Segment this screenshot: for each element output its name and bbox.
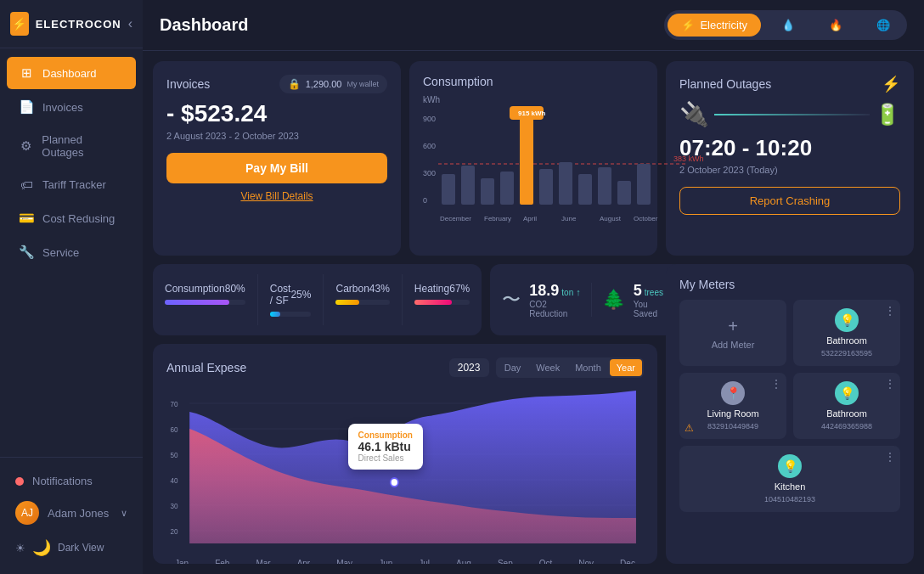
sidebar-item-planned-outages[interactable]: ⚙ Planned Outages	[7, 125, 136, 167]
wallet-icon: 🔒	[288, 78, 301, 90]
meter-id: 104510482193	[764, 495, 815, 504]
cost-stat-label: Cost / SF	[270, 283, 291, 307]
wallet-amount: 1,290.00	[306, 79, 342, 89]
outage-icons: 🔌 🔋	[679, 100, 900, 128]
carbon-stat-label: Carbon	[335, 283, 369, 295]
meter-name: Living Room	[707, 408, 758, 419]
wallet-label: My wallet	[346, 80, 379, 88]
chevron-down-icon: ∨	[121, 508, 127, 519]
svg-rect-8	[481, 178, 494, 205]
logo-text: ELECTROCON	[36, 18, 121, 31]
svg-text:40: 40	[171, 476, 178, 485]
main-area: Dashboard ⚡ Electricity 💧 🔥 🌐 Invoices	[143, 0, 924, 574]
month-sep: Sep	[498, 559, 513, 564]
add-meter-button[interactable]: + Add Meter	[679, 300, 786, 366]
consumption-stat-bar	[165, 300, 245, 305]
meter-menu-icon[interactable]: ⋮	[885, 451, 895, 463]
carbon-stat-pct: 43%	[369, 283, 390, 295]
consumption-title: Consumption	[423, 75, 493, 88]
tab-water[interactable]: 💧	[768, 14, 808, 37]
meters-title: My Meters	[679, 278, 900, 291]
annual-controls: 2023 Day Week Month Year	[449, 357, 644, 378]
meter-menu-icon[interactable]: ⋮	[885, 378, 895, 390]
invoices-icon: 📄	[19, 99, 34, 115]
sidebar-item-label: Dashboard	[42, 67, 97, 80]
meter-menu-icon[interactable]: ⋮	[771, 378, 781, 390]
sidebar-item-invoices[interactable]: 📄 Invoices	[7, 91, 136, 123]
co2-divider	[591, 283, 592, 317]
dashboard-icon: ⊞	[19, 65, 34, 81]
trees-label: You Saved	[634, 300, 671, 318]
logo-icon: ⚡	[10, 12, 29, 36]
svg-text:300: 300	[423, 169, 436, 177]
add-meter-label: Add Meter	[712, 340, 755, 350]
outage-time: 07:20 - 10:20	[679, 135, 900, 161]
heating-stat-bar	[414, 300, 470, 305]
meter-bathroom-2[interactable]: ⋮ 💡 Bathroom 442469365988	[793, 373, 900, 439]
sidebar-item-cost-reducing[interactable]: 💳 Cost Redusing	[7, 202, 136, 234]
meter-icon: 📍	[721, 381, 745, 405]
meter-menu-icon[interactable]: ⋮	[885, 305, 895, 317]
outages-header: Planned Outages ⚡	[679, 75, 900, 93]
sun-icon: ☀	[15, 542, 25, 554]
sidebar-item-label: Tariff Tracker	[42, 178, 106, 191]
meter-living-room[interactable]: ⋮ 📍 ⚠ Living Room 832910449849	[679, 373, 786, 439]
annual-header: Annual Expese 2023 Day Week Month Year	[166, 357, 644, 378]
co2-card: 〜 18.9 ton ↑ CO2 Reduction 🌲	[490, 264, 682, 335]
svg-text:0: 0	[423, 196, 427, 205]
sidebar-item-tariff-tracker[interactable]: 🏷 Tariff Tracker	[7, 169, 136, 200]
heating-stat-label: Heating	[414, 283, 449, 295]
dark-mode-toggle[interactable]: ☀ 🌙 Dark View	[7, 532, 136, 564]
year-select[interactable]: 2023	[449, 358, 489, 377]
meters-grid: + Add Meter ⋮ 💡 Bathroom 532229163595 ⋮ …	[679, 300, 900, 512]
kwh-label: kWh	[423, 95, 644, 104]
tooltip-title: Consumption	[358, 430, 413, 440]
page-title: Dashboard	[160, 15, 664, 35]
notification-dot	[15, 477, 24, 486]
sidebar-item-service[interactable]: 🔧 Service	[7, 236, 136, 268]
cost-stat-pct: 25%	[290, 289, 311, 301]
warning-icon: ⚠	[685, 422, 694, 434]
svg-text:August: August	[600, 215, 622, 222]
view-tab-day[interactable]: Day	[498, 359, 528, 376]
view-tab-month[interactable]: Month	[568, 359, 608, 376]
moon-icon: 🌙	[32, 538, 51, 557]
annual-expense-card: Annual Expese 2023 Day Week Month Year	[153, 344, 657, 564]
consumption-stat: Consumption 80%	[153, 274, 257, 325]
user-profile[interactable]: AJ Adam Jones ∨	[7, 494, 136, 532]
trees-unit: trees	[645, 288, 663, 297]
tab-global[interactable]: 🌐	[863, 14, 904, 37]
svg-text:April: April	[523, 215, 537, 222]
co2-reduction: 〜 18.9 ton ↑ CO2 Reduction	[502, 282, 580, 318]
report-crashing-button[interactable]: Report Crashing	[679, 187, 900, 215]
cost-fill	[270, 312, 280, 317]
username: Adam Jones	[48, 507, 109, 520]
avatar: AJ	[15, 501, 39, 525]
stats-co2-row: Consumption 80% Cost / SF 25%	[153, 264, 657, 335]
tab-gas[interactable]: 🔥	[815, 14, 856, 37]
view-details-link[interactable]: View Bill Details	[166, 190, 387, 202]
sidebar-item-label: Planned Outages	[42, 133, 124, 159]
outage-date: 2 October 2023 (Today)	[679, 165, 900, 175]
svg-rect-10	[520, 113, 533, 205]
notifications-label: Notifications	[32, 475, 93, 487]
svg-rect-7	[461, 166, 475, 205]
trees-values: 5 trees ↑ You Saved	[634, 282, 671, 318]
meter-bathroom-1[interactable]: ⋮ 💡 Bathroom 532229163595	[793, 300, 900, 366]
outages-title: Planned Outages	[679, 77, 771, 91]
carbon-stat: Carbon 43%	[323, 274, 401, 325]
svg-text:915 kWh: 915 kWh	[518, 110, 546, 117]
view-tab-year[interactable]: Year	[610, 359, 642, 376]
annual-title: Annual Expese	[166, 361, 246, 374]
tab-electricity[interactable]: ⚡ Electricity	[668, 14, 761, 37]
tooltip-value: 46.1 kBtu	[358, 440, 413, 453]
chart-x-months: Jan Feb Mar Apr May Jun Jul Aug Sep Oct …	[166, 559, 644, 564]
notifications-item[interactable]: Notifications	[7, 468, 136, 494]
view-tab-week[interactable]: Week	[529, 359, 566, 376]
meter-kitchen[interactable]: ⋮ 💡 Kitchen 104510482193	[679, 446, 900, 512]
cost-stat: Cost / SF 25%	[257, 274, 324, 325]
sidebar-collapse-button[interactable]: ‹	[128, 16, 132, 31]
sidebar-item-dashboard[interactable]: ⊞ Dashboard	[7, 57, 136, 89]
pay-bill-button[interactable]: Pay My Bill	[166, 153, 387, 183]
meter-name: Bathroom	[826, 335, 867, 346]
